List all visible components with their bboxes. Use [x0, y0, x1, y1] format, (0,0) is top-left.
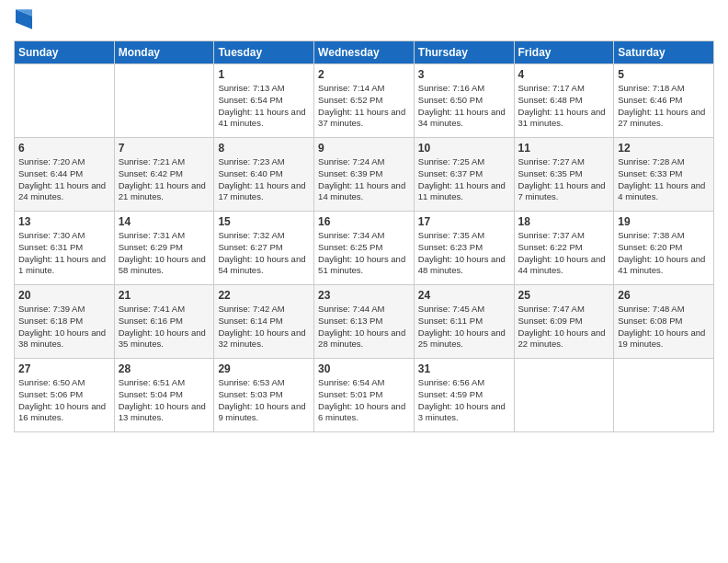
day-info: Sunrise: 7:20 AM Sunset: 6:44 PM Dayligh…	[18, 156, 110, 203]
calendar-header-thursday: Thursday	[414, 41, 514, 64]
calendar-header-saturday: Saturday	[614, 41, 714, 64]
calendar-header-sunday: Sunday	[15, 41, 115, 64]
calendar-cell: 6Sunrise: 7:20 AM Sunset: 6:44 PM Daylig…	[15, 138, 115, 212]
calendar-cell: 10Sunrise: 7:25 AM Sunset: 6:37 PM Dayli…	[414, 138, 514, 212]
day-info: Sunrise: 7:30 AM Sunset: 6:31 PM Dayligh…	[18, 230, 110, 277]
day-number: 31	[418, 362, 510, 375]
calendar-cell: 31Sunrise: 6:56 AM Sunset: 4:59 PM Dayli…	[414, 359, 514, 432]
header	[14, 9, 714, 33]
calendar-cell: 25Sunrise: 7:47 AM Sunset: 6:09 PM Dayli…	[514, 285, 614, 359]
calendar-cell: 14Sunrise: 7:31 AM Sunset: 6:29 PM Dayli…	[114, 212, 214, 285]
calendar-week-4: 27Sunrise: 6:50 AM Sunset: 5:06 PM Dayli…	[15, 359, 714, 432]
day-info: Sunrise: 7:23 AM Sunset: 6:40 PM Dayligh…	[218, 156, 310, 203]
day-number: 10	[418, 142, 510, 155]
day-number: 22	[218, 289, 310, 302]
day-number: 23	[318, 289, 410, 302]
day-number: 14	[119, 215, 210, 228]
day-info: Sunrise: 7:38 AM Sunset: 6:20 PM Dayligh…	[618, 230, 710, 277]
day-info: Sunrise: 7:25 AM Sunset: 6:37 PM Dayligh…	[418, 156, 510, 203]
calendar-week-3: 20Sunrise: 7:39 AM Sunset: 6:18 PM Dayli…	[15, 285, 714, 359]
calendar-cell: 20Sunrise: 7:39 AM Sunset: 6:18 PM Dayli…	[15, 285, 115, 359]
day-info: Sunrise: 6:50 AM Sunset: 5:06 PM Dayligh…	[18, 377, 110, 424]
day-info: Sunrise: 7:42 AM Sunset: 6:14 PM Dayligh…	[218, 304, 310, 350]
day-info: Sunrise: 7:32 AM Sunset: 6:27 PM Dayligh…	[218, 230, 310, 277]
day-info: Sunrise: 7:34 AM Sunset: 6:25 PM Dayligh…	[318, 230, 410, 277]
day-number: 5	[618, 68, 710, 81]
calendar-cell	[614, 359, 714, 432]
day-info: Sunrise: 7:37 AM Sunset: 6:22 PM Dayligh…	[518, 230, 610, 277]
day-number: 27	[18, 362, 110, 375]
day-number: 19	[618, 215, 710, 228]
logo	[14, 9, 34, 33]
day-number: 30	[318, 362, 410, 375]
day-info: Sunrise: 7:28 AM Sunset: 6:33 PM Dayligh…	[618, 156, 710, 203]
calendar-cell: 16Sunrise: 7:34 AM Sunset: 6:25 PM Dayli…	[314, 212, 415, 285]
day-info: Sunrise: 6:54 AM Sunset: 5:01 PM Dayligh…	[318, 377, 410, 424]
day-number: 8	[218, 142, 310, 155]
day-number: 17	[418, 215, 510, 228]
calendar-cell: 19Sunrise: 7:38 AM Sunset: 6:20 PM Dayli…	[614, 212, 714, 285]
day-number: 24	[418, 289, 510, 302]
calendar: SundayMondayTuesdayWednesdayThursdayFrid…	[14, 40, 714, 432]
calendar-cell: 18Sunrise: 7:37 AM Sunset: 6:22 PM Dayli…	[514, 212, 614, 285]
calendar-week-0: 1Sunrise: 7:13 AM Sunset: 6:54 PM Daylig…	[15, 64, 714, 138]
day-number: 28	[119, 362, 210, 375]
day-number: 18	[518, 215, 610, 228]
calendar-cell: 5Sunrise: 7:18 AM Sunset: 6:46 PM Daylig…	[614, 64, 714, 138]
day-number: 12	[618, 142, 710, 155]
day-info: Sunrise: 7:48 AM Sunset: 6:08 PM Dayligh…	[618, 304, 710, 350]
calendar-cell: 7Sunrise: 7:21 AM Sunset: 6:42 PM Daylig…	[114, 138, 214, 212]
calendar-cell	[114, 64, 214, 138]
calendar-cell: 9Sunrise: 7:24 AM Sunset: 6:39 PM Daylig…	[314, 138, 415, 212]
calendar-cell: 29Sunrise: 6:53 AM Sunset: 5:03 PM Dayli…	[214, 359, 314, 432]
calendar-week-1: 6Sunrise: 7:20 AM Sunset: 6:44 PM Daylig…	[15, 138, 714, 212]
calendar-cell: 17Sunrise: 7:35 AM Sunset: 6:23 PM Dayli…	[414, 212, 514, 285]
day-info: Sunrise: 7:35 AM Sunset: 6:23 PM Dayligh…	[418, 230, 510, 277]
day-number: 26	[618, 289, 710, 302]
calendar-cell: 8Sunrise: 7:23 AM Sunset: 6:40 PM Daylig…	[214, 138, 314, 212]
calendar-cell: 30Sunrise: 6:54 AM Sunset: 5:01 PM Dayli…	[314, 359, 415, 432]
calendar-header-monday: Monday	[114, 41, 214, 64]
day-number: 16	[318, 215, 410, 228]
day-number: 3	[418, 68, 510, 81]
day-info: Sunrise: 7:31 AM Sunset: 6:29 PM Dayligh…	[119, 230, 210, 277]
calendar-cell: 4Sunrise: 7:17 AM Sunset: 6:48 PM Daylig…	[514, 64, 614, 138]
day-info: Sunrise: 7:21 AM Sunset: 6:42 PM Dayligh…	[119, 156, 210, 203]
calendar-cell: 27Sunrise: 6:50 AM Sunset: 5:06 PM Dayli…	[15, 359, 115, 432]
day-number: 21	[119, 289, 210, 302]
calendar-cell: 11Sunrise: 7:27 AM Sunset: 6:35 PM Dayli…	[514, 138, 614, 212]
calendar-cell: 28Sunrise: 6:51 AM Sunset: 5:04 PM Dayli…	[114, 359, 214, 432]
calendar-header-wednesday: Wednesday	[314, 41, 415, 64]
day-number: 2	[318, 68, 410, 81]
day-number: 6	[18, 142, 110, 155]
calendar-header-tuesday: Tuesday	[214, 41, 314, 64]
day-info: Sunrise: 7:27 AM Sunset: 6:35 PM Dayligh…	[518, 156, 610, 203]
day-number: 7	[119, 142, 210, 155]
day-info: Sunrise: 7:16 AM Sunset: 6:50 PM Dayligh…	[418, 83, 510, 130]
calendar-cell: 23Sunrise: 7:44 AM Sunset: 6:13 PM Dayli…	[314, 285, 415, 359]
day-number: 11	[518, 142, 610, 155]
day-info: Sunrise: 7:17 AM Sunset: 6:48 PM Dayligh…	[518, 83, 610, 130]
day-number: 4	[518, 68, 610, 81]
day-info: Sunrise: 7:45 AM Sunset: 6:11 PM Dayligh…	[418, 304, 510, 350]
calendar-cell: 22Sunrise: 7:42 AM Sunset: 6:14 PM Dayli…	[214, 285, 314, 359]
day-info: Sunrise: 7:24 AM Sunset: 6:39 PM Dayligh…	[318, 156, 410, 203]
calendar-cell: 3Sunrise: 7:16 AM Sunset: 6:50 PM Daylig…	[414, 64, 514, 138]
calendar-header-friday: Friday	[514, 41, 614, 64]
day-number: 25	[518, 289, 610, 302]
calendar-header-row: SundayMondayTuesdayWednesdayThursdayFrid…	[15, 41, 714, 64]
day-info: Sunrise: 7:18 AM Sunset: 6:46 PM Dayligh…	[618, 83, 710, 130]
day-info: Sunrise: 7:13 AM Sunset: 6:54 PM Dayligh…	[218, 83, 310, 130]
logo-icon	[16, 9, 32, 29]
day-number: 1	[218, 68, 310, 81]
calendar-week-2: 13Sunrise: 7:30 AM Sunset: 6:31 PM Dayli…	[15, 212, 714, 285]
day-info: Sunrise: 7:14 AM Sunset: 6:52 PM Dayligh…	[318, 83, 410, 130]
calendar-cell: 24Sunrise: 7:45 AM Sunset: 6:11 PM Dayli…	[414, 285, 514, 359]
calendar-cell	[15, 64, 115, 138]
day-info: Sunrise: 6:51 AM Sunset: 5:04 PM Dayligh…	[119, 377, 210, 424]
day-info: Sunrise: 7:39 AM Sunset: 6:18 PM Dayligh…	[18, 304, 110, 350]
day-info: Sunrise: 7:47 AM Sunset: 6:09 PM Dayligh…	[518, 304, 610, 350]
day-info: Sunrise: 7:41 AM Sunset: 6:16 PM Dayligh…	[119, 304, 210, 350]
calendar-cell: 15Sunrise: 7:32 AM Sunset: 6:27 PM Dayli…	[214, 212, 314, 285]
day-number: 20	[18, 289, 110, 302]
